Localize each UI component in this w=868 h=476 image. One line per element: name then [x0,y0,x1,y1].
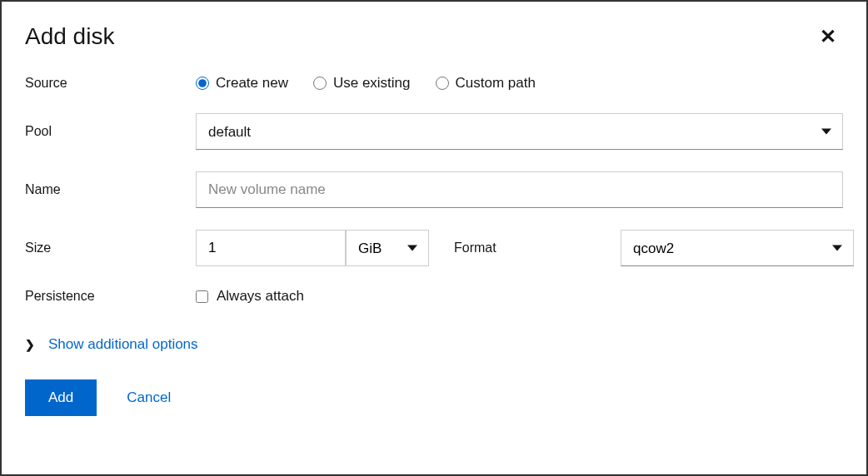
radio-create-new[interactable]: Create new [196,75,288,92]
add-disk-modal: Add disk ✕ Source Create new Use existin… [0,0,868,476]
chevron-right-icon: ❯ [25,338,35,351]
modal-header: Add disk ✕ [25,22,843,52]
pool-select-wrapper: default [196,113,843,150]
pool-select[interactable]: default [196,113,843,150]
name-label: Name [25,182,196,197]
radio-custom-path-input[interactable] [436,77,449,90]
source-radio-group: Create new Use existing Custom path [196,75,843,92]
size-unit-select[interactable]: GiB [346,230,429,266]
format-select-wrapper: qcow2 [621,230,854,266]
persistence-label: Persistence [25,289,196,304]
size-input-group: GiB [196,230,429,266]
size-input[interactable] [196,230,346,266]
source-label: Source [25,76,196,91]
radio-use-existing-label: Use existing [333,75,411,92]
pool-row: Pool default [25,113,843,150]
radio-use-existing-input[interactable] [313,77,327,90]
size-label: Size [25,240,196,255]
close-icon: ✕ [820,25,836,47]
modal-footer: Add Cancel [25,379,843,416]
persistence-control: Always attach [196,288,843,305]
format-label: Format [454,240,621,255]
radio-custom-path[interactable]: Custom path [436,75,536,92]
cancel-button[interactable]: Cancel [127,389,171,406]
always-attach-checkbox[interactable]: Always attach [196,288,304,305]
radio-create-new-label: Create new [216,75,288,92]
format-select[interactable]: qcow2 [621,230,854,266]
name-control [196,171,843,208]
pool-label: Pool [25,124,196,139]
size-unit-wrapper: GiB [346,230,429,266]
always-attach-input[interactable] [196,290,208,303]
radio-use-existing[interactable]: Use existing [313,75,411,92]
size-format-row: Size GiB Format qcow2 [25,230,843,266]
name-row: Name [25,171,843,208]
additional-options-label: Show additional options [48,336,198,353]
always-attach-label: Always attach [217,288,304,305]
radio-custom-path-label: Custom path [456,75,536,92]
pool-control: default [196,113,843,150]
size-format-controls: GiB Format qcow2 [196,230,854,266]
close-button[interactable]: ✕ [813,22,843,52]
name-input[interactable] [196,171,843,208]
additional-options-expander[interactable]: ❯ Show additional options [25,336,843,353]
radio-create-new-input[interactable] [196,77,209,90]
persistence-row: Persistence Always attach [25,288,843,305]
add-button[interactable]: Add [25,379,97,416]
modal-title: Add disk [25,23,114,50]
source-row: Source Create new Use existing Custom pa… [25,75,843,92]
